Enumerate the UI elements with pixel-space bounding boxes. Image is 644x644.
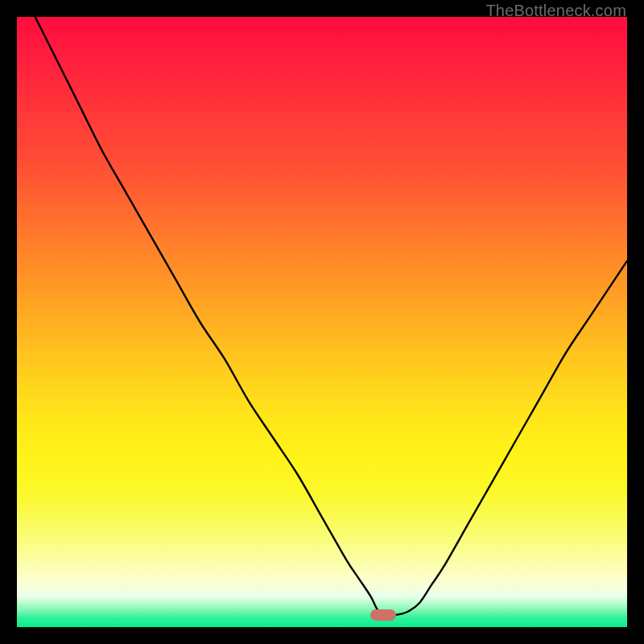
attribution-text: TheBottleneck.com — [485, 2, 626, 20]
bottleneck-curve — [17, 17, 627, 627]
chart-frame: TheBottleneck.com — [0, 0, 644, 644]
optimal-marker — [370, 609, 396, 621]
plot-area — [17, 17, 627, 627]
